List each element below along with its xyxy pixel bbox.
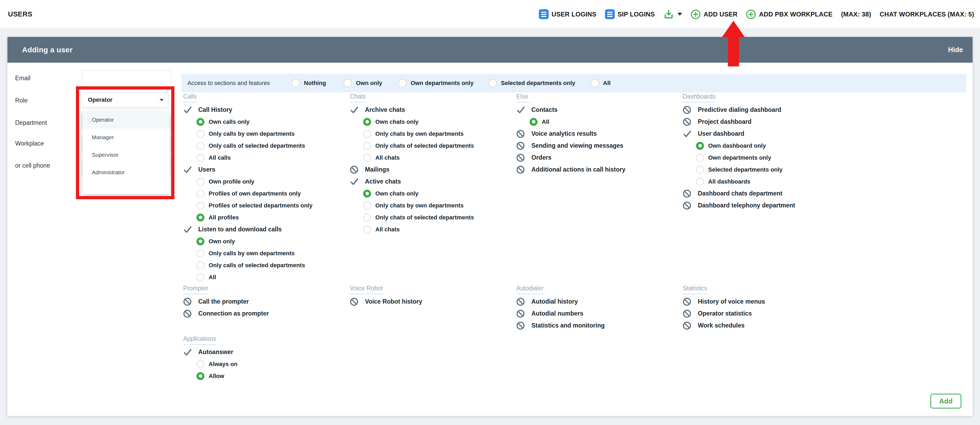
perm-group-additional-actions-in-call-history[interactable]: Additional actions in call history: [516, 164, 676, 176]
perm-group-call-the-prompter[interactable]: Call the prompter: [183, 296, 342, 308]
perm-radio-own-dashboard-only[interactable]: Own dashboard only: [683, 140, 842, 152]
perm-radio-all-chats[interactable]: All chats: [350, 224, 509, 235]
perm-radio-own-chats-only[interactable]: Own chats only: [350, 187, 509, 200]
perm-group-autoanswer[interactable]: Autoanswer: [183, 346, 342, 358]
perm-radio-all[interactable]: All: [183, 271, 342, 283]
section-header: Statistics: [683, 285, 707, 294]
list-icon: [605, 9, 615, 19]
perm-group-history-of-voice-menus[interactable]: History of voice menus: [683, 296, 842, 308]
perm-radio-selected-departments-only[interactable]: Selected departments only: [683, 164, 842, 176]
perm-radio-own-calls-only[interactable]: Own calls only: [183, 116, 342, 128]
perm-radio-only-calls-of-selected-departments[interactable]: Only calls of selected departments: [183, 140, 342, 152]
ban-icon: [516, 321, 526, 330]
topbar-item-sip-logins[interactable]: SIP LOGINS: [605, 9, 655, 19]
role-option-manager[interactable]: Manager: [83, 129, 169, 146]
radio-unselected: [696, 178, 704, 186]
perm-radio-all-calls[interactable]: All calls: [183, 152, 342, 164]
role-option-supervisor[interactable]: Supervisor: [83, 146, 169, 164]
perm-group-archive-chats[interactable]: Archive chats: [350, 104, 509, 116]
perm-group-contacts[interactable]: Contacts: [516, 104, 676, 116]
perm-radio-profiles-of-own-departments-only[interactable]: Profiles of own departments only: [183, 187, 342, 200]
radio-unselected: [196, 142, 204, 150]
perm-radio-all[interactable]: All: [516, 116, 676, 128]
role-select[interactable]: Operator: [81, 92, 169, 107]
perm-radio-all-chats[interactable]: All chats: [350, 152, 509, 164]
perm-group-user-dashboard[interactable]: User dashboard: [683, 128, 842, 140]
access-option-all[interactable]: All: [590, 74, 611, 93]
perm-radio-all-dashboards[interactable]: All dashboards: [683, 176, 842, 187]
access-option-own-departments-only[interactable]: Own departments only: [398, 74, 474, 93]
perm-group-label: Predictive dialing dashboard: [698, 106, 781, 113]
email-input[interactable]: [81, 70, 171, 85]
perm-group-voice-robot-history[interactable]: Voice Robot history: [350, 296, 509, 308]
perm-group-label: Statistics and monitoring: [531, 322, 605, 329]
perm-group-call-history[interactable]: Call History: [183, 104, 342, 116]
perm-group-voice-analytics-results[interactable]: Voice analytics results: [516, 128, 676, 140]
ban-icon: [683, 297, 692, 306]
perm-radio-only-calls-of-selected-departments[interactable]: Only calls of selected departments: [183, 259, 342, 271]
perm-radio-label: Only chats of selected departments: [375, 142, 474, 149]
access-option-label: Selected departments only: [501, 80, 575, 86]
perm-group-mailings[interactable]: Mailings: [350, 164, 509, 176]
topbar-item-label: ADD USER: [704, 11, 738, 18]
role-option-administrator[interactable]: Administrator: [83, 164, 169, 181]
perm-radio-always-on[interactable]: Always on: [183, 358, 342, 370]
hide-button[interactable]: Hide: [948, 46, 963, 54]
perm-group-project-dashboard[interactable]: Project dashboard: [683, 116, 842, 128]
perm-group-sending-and-viewing-messages[interactable]: Sending and viewing messages: [516, 140, 676, 152]
perm-radio-only-chats-by-own-departments[interactable]: Only chats by own departments: [350, 128, 509, 140]
section-autodialer: AutodialerAutodial historyAutodial numbe…: [516, 285, 676, 331]
perm-radio-only-chats-of-selected-departments[interactable]: Only chats of selected departments: [350, 211, 509, 224]
add-button[interactable]: Add: [931, 394, 961, 409]
access-option-label: All: [603, 80, 611, 86]
role-option-operator[interactable]: Operator: [83, 111, 169, 129]
perm-radio-profiles-of-selected-departments-only[interactable]: Profiles of selected departments only: [183, 200, 342, 211]
perm-radio-own-chats-only[interactable]: Own chats only: [350, 116, 509, 128]
form-label-department: Department: [15, 119, 47, 126]
perm-radio-label: All calls: [208, 154, 231, 161]
perm-group-operator-statistics[interactable]: Operator statistics: [683, 308, 842, 320]
perm-group-work-schedules[interactable]: Work schedules: [683, 320, 842, 331]
perm-radio-own-profile-only[interactable]: Own profile only: [183, 176, 342, 187]
perm-group-active-chats[interactable]: Active chats: [350, 176, 509, 187]
radio-unselected: [196, 130, 204, 138]
access-option-own-only[interactable]: Own only: [344, 74, 382, 93]
perm-group-label: Autoanswer: [198, 348, 233, 356]
perm-group-label: Autodial history: [531, 298, 578, 305]
perm-radio-own-departments-only[interactable]: Own departments only: [683, 152, 842, 164]
perm-radio-label: All dashboards: [708, 178, 750, 185]
perm-group-users[interactable]: Users: [183, 164, 342, 176]
perm-radio-label: All chats: [375, 226, 400, 233]
section-header: Voice Robot: [350, 285, 383, 294]
radio-unselected: [696, 154, 704, 162]
access-option-selected-departments-only[interactable]: Selected departments only: [488, 74, 575, 93]
perm-radio-label: All: [208, 274, 216, 281]
perm-group-autodial-numbers[interactable]: Autodial numbers: [516, 308, 676, 320]
perm-radio-all-profiles[interactable]: All profiles: [183, 211, 342, 224]
perm-group-dashboard-telephony-department[interactable]: Dashboard telephony department: [683, 200, 842, 211]
perm-group-predictive-dialing-dashboard[interactable]: Predictive dialing dashboard: [683, 104, 842, 116]
perm-radio-label: Only chats by own departments: [375, 202, 464, 209]
radio-unselected: [363, 142, 371, 150]
topbar-item-add-user[interactable]: ADD USER: [690, 9, 738, 19]
perm-radio-own-only[interactable]: Own only: [183, 235, 342, 247]
perm-group-orders[interactable]: Orders: [516, 152, 676, 164]
perm-group-statistics-and-monitoring[interactable]: Statistics and monitoring: [516, 320, 676, 331]
topbar-item-add-pbx-workplace[interactable]: ADD PBX WORKPLACE: [746, 9, 832, 19]
perm-group-dashboard-chats-department[interactable]: Dashboard chats department: [683, 187, 842, 200]
topbar-item-user-logins[interactable]: USER LOGINS: [539, 9, 597, 19]
perm-radio-allow[interactable]: Allow: [183, 370, 342, 382]
perm-group-label: User dashboard: [698, 130, 744, 137]
perm-radio-only-calls-by-own-departments[interactable]: Only calls by own departments: [183, 128, 342, 140]
access-option-nothing[interactable]: Nothing: [291, 74, 326, 93]
perm-radio-only-calls-by-own-departments[interactable]: Only calls by own departments: [183, 247, 342, 259]
perm-radio-label: Allow: [208, 373, 224, 380]
perm-group-autodial-history[interactable]: Autodial history: [516, 296, 676, 308]
perm-radio-only-chats-of-selected-departments[interactable]: Only chats of selected departments: [350, 140, 509, 152]
check-icon: [183, 348, 193, 357]
perm-radio-only-chats-by-own-departments[interactable]: Only chats by own departments: [350, 200, 509, 211]
perm-group-connection-as-prompter[interactable]: Connection as prompter: [183, 308, 342, 320]
perm-group-listen-to-and-download-calls[interactable]: Listen to and download calls: [183, 224, 342, 235]
topbar-item-download[interactable]: [663, 9, 682, 20]
toolbar-actions: USER LOGINSSIP LOGINSADD USERADD PBX WOR…: [539, 0, 974, 29]
